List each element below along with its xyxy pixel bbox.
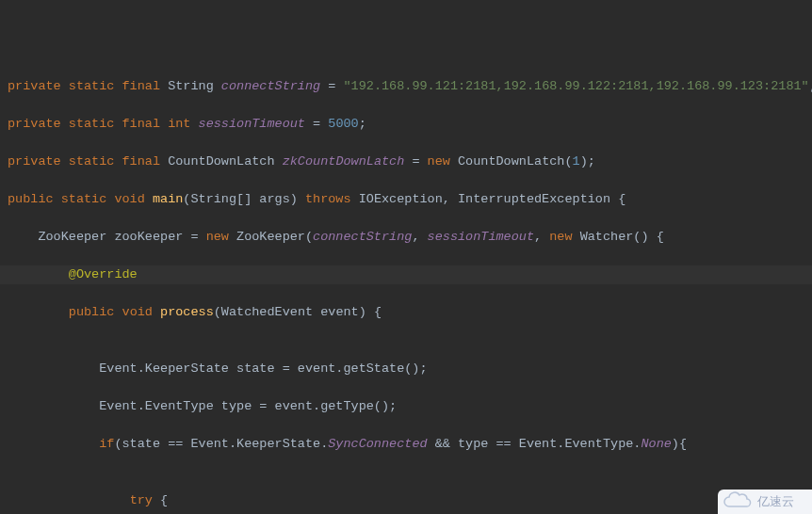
- code-line: private static final String connectStrin…: [8, 77, 804, 96]
- code-line: Event.KeeperState state = event.getState…: [8, 360, 804, 378]
- code-line: private static final CountDownLatch zkCo…: [8, 153, 804, 171]
- code-line: Event.EventType type = event.getType();: [8, 397, 804, 416]
- code-line: public void process(WatchedEvent event) …: [8, 303, 804, 322]
- code-line: @Override: [8, 265, 804, 284]
- code-line: if(state == Event.KeeperState.SyncConnec…: [8, 435, 804, 454]
- svg-text:亿速云: 亿速云: [756, 494, 794, 508]
- cloud-icon: 亿速云: [722, 491, 808, 512]
- code-editor: private static final String connectStrin…: [0, 0, 812, 514]
- brand-watermark: 亿速云: [718, 490, 812, 514]
- code-line: ZooKeeper zooKeeper = new ZooKeeper(conn…: [8, 228, 804, 247]
- code-line: private static final int sessionTimeout …: [8, 115, 804, 134]
- code-line: try {: [8, 491, 804, 510]
- code-line: public static void main(String[] args) t…: [8, 190, 804, 209]
